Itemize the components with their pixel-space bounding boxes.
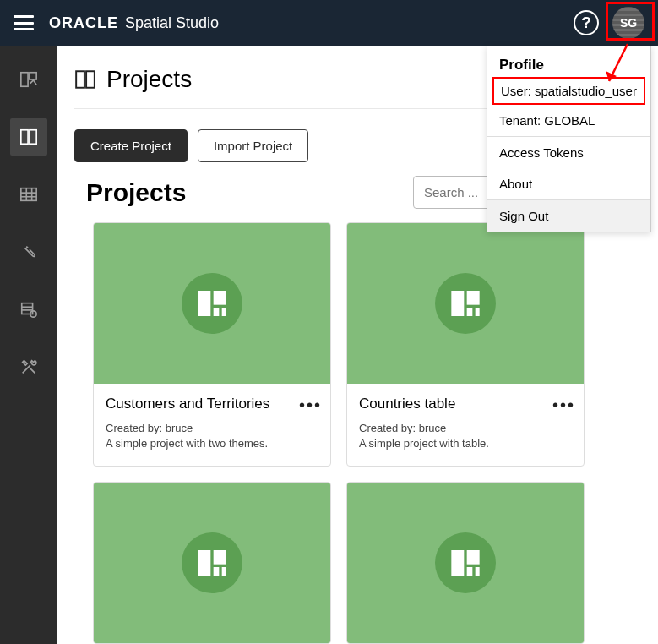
- project-placeholder-icon: [435, 532, 496, 593]
- svg-rect-18: [214, 291, 226, 305]
- profile-about[interactable]: About: [487, 168, 650, 199]
- sidebar-item-visualization[interactable]: [10, 61, 47, 98]
- svg-rect-22: [467, 291, 480, 305]
- jobs-icon: [19, 300, 38, 319]
- brand-app-name: Spatial Studio: [125, 14, 219, 32]
- visualization-icon: [19, 70, 38, 89]
- svg-rect-3: [30, 73, 36, 79]
- sidebar-item-admin[interactable]: [10, 348, 47, 385]
- svg-rect-29: [451, 550, 464, 576]
- project-placeholder-icon: [182, 532, 242, 593]
- svg-rect-15: [76, 71, 84, 88]
- project-placeholder-icon: [182, 273, 242, 334]
- profile-user: User: spatialstudio_user: [492, 77, 645, 105]
- project-card[interactable]: Countries table Created by: bruce A simp…: [346, 222, 585, 467]
- datasets-icon: [19, 185, 38, 204]
- profile-tenant: Tenant: GLOBAL: [487, 105, 650, 136]
- sidebar-item-projects[interactable]: [10, 118, 47, 156]
- svg-rect-21: [451, 291, 464, 316]
- project-title: Customers and Territories: [106, 396, 318, 412]
- project-menu-icon[interactable]: •••: [552, 396, 575, 415]
- projects-icon: [74, 68, 96, 90]
- svg-rect-16: [86, 71, 95, 88]
- sidebar-item-datasets[interactable]: [10, 176, 47, 213]
- project-thumbnail: [347, 223, 584, 384]
- project-card[interactable]: [93, 482, 331, 644]
- svg-rect-17: [198, 291, 210, 316]
- svg-rect-6: [21, 188, 36, 201]
- tools-icon: [19, 357, 38, 376]
- project-card[interactable]: [346, 482, 585, 644]
- create-project-button[interactable]: Create Project: [74, 129, 188, 162]
- section-title: Projects: [86, 178, 186, 207]
- import-project-button[interactable]: Import Project: [198, 129, 308, 162]
- brand-logo: ORACLE: [49, 14, 118, 32]
- avatar-initials: SG: [620, 16, 637, 30]
- project-menu-icon[interactable]: •••: [299, 396, 322, 415]
- svg-rect-27: [214, 567, 220, 576]
- profile-sign-out[interactable]: Sign Out: [487, 200, 650, 232]
- project-creator: Created by: bruce: [359, 421, 572, 436]
- svg-rect-30: [467, 550, 480, 565]
- svg-rect-20: [222, 308, 226, 316]
- sidebar-item-jobs[interactable]: [10, 291, 47, 328]
- project-thumbnail: [94, 483, 330, 643]
- svg-rect-23: [467, 308, 473, 316]
- svg-rect-24: [476, 308, 480, 316]
- projects-icon: [19, 128, 38, 146]
- svg-rect-4: [21, 130, 28, 145]
- user-avatar[interactable]: SG: [612, 7, 644, 39]
- svg-rect-31: [467, 567, 473, 576]
- help-icon[interactable]: ?: [574, 10, 599, 35]
- plug-icon: [19, 243, 38, 261]
- brand: ORACLE Spatial Studio: [49, 14, 219, 32]
- svg-rect-19: [214, 308, 220, 316]
- svg-rect-2: [21, 73, 28, 87]
- svg-rect-5: [30, 130, 36, 145]
- project-card[interactable]: Customers and Territories Created by: br…: [93, 222, 331, 467]
- project-thumbnail: [347, 483, 584, 643]
- sidebar: [0, 46, 57, 644]
- svg-rect-28: [222, 567, 226, 576]
- page-title: Projects: [106, 66, 192, 93]
- project-creator: Created by: bruce: [106, 421, 318, 436]
- top-bar: ORACLE Spatial Studio ? SG: [0, 0, 658, 46]
- sidebar-item-connections[interactable]: [10, 233, 47, 270]
- hamburger-menu[interactable]: [14, 15, 34, 30]
- svg-rect-32: [476, 567, 480, 576]
- profile-access-tokens[interactable]: Access Tokens: [487, 137, 650, 168]
- project-grid: Customers and Territories Created by: br…: [93, 222, 641, 644]
- project-placeholder-icon: [435, 273, 496, 334]
- svg-rect-25: [198, 550, 210, 576]
- project-title: Countries table: [359, 396, 572, 412]
- project-desc: A simple project with two themes.: [106, 436, 318, 451]
- project-desc: A simple project with table.: [359, 436, 572, 451]
- svg-rect-26: [214, 550, 226, 565]
- project-thumbnail: [94, 223, 330, 384]
- profile-dropdown: Profile User: spatialstudio_user Tenant:…: [487, 46, 651, 232]
- profile-header: Profile: [487, 46, 650, 77]
